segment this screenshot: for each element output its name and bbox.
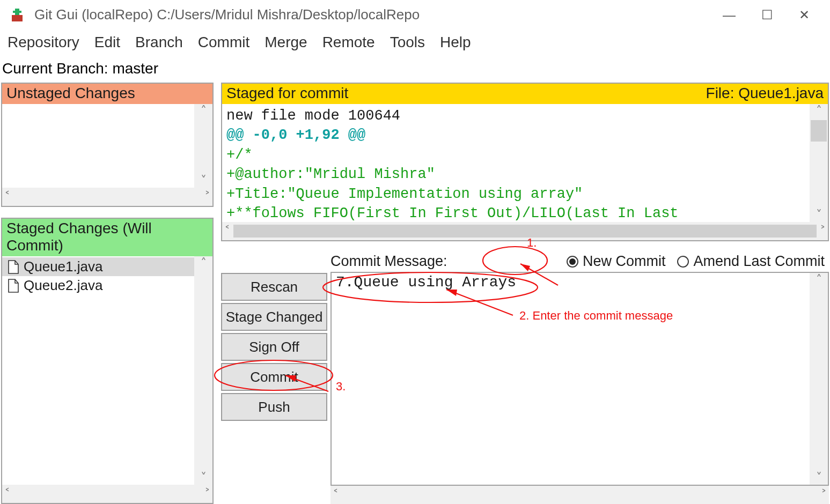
diff-line: +/*	[226, 145, 824, 165]
menu-commit[interactable]: Commit	[198, 34, 249, 51]
scroll-down-icon[interactable]: ˅	[816, 208, 822, 222]
window-title: Git Gui (localRepo) C:/Users/Mridul Mish…	[34, 6, 723, 23]
unstaged-hscrollbar[interactable]: ˂ ˃	[2, 188, 212, 206]
menu-edit[interactable]: Edit	[94, 34, 120, 51]
staged-vscrollbar[interactable]: ˄ ˅	[194, 256, 212, 485]
menu-help[interactable]: Help	[440, 34, 471, 51]
menu-branch[interactable]: Branch	[135, 34, 183, 51]
unstaged-header: Unstaged Changes	[2, 84, 212, 104]
scroll-thumb[interactable]	[811, 120, 827, 142]
scroll-up-icon[interactable]: ˄	[201, 104, 207, 118]
staged-file-row[interactable]: Queue1.java	[2, 257, 212, 276]
current-branch-label: Current Branch: master	[0, 58, 830, 80]
file-icon	[8, 279, 19, 293]
commit-area: Commit Message: New Commit Amend Last Co…	[221, 251, 829, 504]
unstaged-body[interactable]: ˄ ˅	[2, 104, 212, 188]
scroll-left-icon[interactable]: ˂	[4, 190, 10, 204]
commit-message-text: 7.Queue using Arrays	[332, 273, 828, 292]
staged-file-name: Queue2.java	[24, 277, 102, 294]
diff-panel: Staged for commit File: Queue1.java new …	[221, 83, 829, 241]
diff-body-wrap[interactable]: new file mode 100644@@ -0,0 +1,92 @@+/*+…	[222, 104, 828, 222]
radio-new-commit[interactable]: New Commit	[567, 253, 666, 270]
scroll-up-icon[interactable]: ˄	[816, 273, 822, 287]
radio-amend-commit-label: Amend Last Commit	[693, 253, 825, 270]
staged-hscrollbar[interactable]: ˂ ˃	[2, 485, 212, 503]
close-button[interactable]: ✕	[799, 8, 810, 23]
menu-remote[interactable]: Remote	[322, 34, 375, 51]
minimize-button[interactable]: ―	[723, 8, 736, 23]
scroll-down-icon[interactable]: ˅	[201, 471, 207, 485]
radio-amend-commit[interactable]: Amend Last Commit	[677, 253, 825, 270]
svg-rect-2	[13, 11, 21, 13]
commit-message-label: Commit Message:	[330, 253, 447, 270]
file-icon	[8, 260, 19, 274]
diff-hscrollbar[interactable]: ˂ ˃	[222, 222, 828, 240]
diff-line: @@ -0,0 +1,92 @@	[226, 125, 824, 145]
scroll-right-icon[interactable]: ˃	[821, 488, 827, 502]
msg-vscrollbar[interactable]: ˄ ˅	[810, 273, 828, 485]
menu-tools[interactable]: Tools	[390, 34, 425, 51]
scroll-thumb[interactable]	[233, 225, 817, 238]
diff-header: Staged for commit File: Queue1.java	[222, 84, 828, 104]
radio-icon	[567, 256, 578, 268]
scroll-up-icon[interactable]: ˄	[816, 104, 822, 118]
diff-line: +Title:"Queue Implementation using array…	[226, 184, 824, 204]
svg-rect-0	[12, 15, 23, 21]
diff-header-right: File: Queue1.java	[706, 85, 824, 102]
unstaged-panel: Unstaged Changes ˄ ˅ ˂ ˃	[1, 83, 214, 207]
titlebar: Git Gui (localRepo) C:/Users/Mridul Mish…	[0, 0, 830, 29]
stage-changed-button[interactable]: Stage Changed	[221, 303, 327, 331]
menubar: Repository Edit Branch Commit Merge Remo…	[0, 29, 830, 58]
menu-repository[interactable]: Repository	[8, 34, 79, 51]
staged-panel: Staged Changes (Will Commit) Queue1.java	[1, 218, 214, 504]
scroll-right-icon[interactable]: ˃	[204, 487, 210, 501]
scroll-left-icon[interactable]: ˂	[4, 487, 10, 501]
scroll-up-icon[interactable]: ˄	[201, 256, 207, 270]
staged-file-row[interactable]: Queue2.java	[2, 276, 212, 295]
diff-line: +**folows FIFO(First In First Out)/LILO(…	[226, 204, 824, 222]
staged-header: Staged Changes (Will Commit)	[2, 219, 212, 256]
sign-off-button[interactable]: Sign Off	[221, 333, 327, 361]
commit-message-input[interactable]: 7.Queue using Arrays ˄ ˅	[330, 272, 829, 486]
commit-button[interactable]: Commit	[221, 363, 327, 391]
unstaged-vscrollbar[interactable]: ˄ ˅	[194, 104, 212, 188]
menu-merge[interactable]: Merge	[265, 34, 307, 51]
staged-body[interactable]: Queue1.java Queue2.java ˄ ˅	[2, 256, 212, 485]
scroll-down-icon[interactable]: ˅	[816, 471, 822, 485]
diff-header-left: Staged for commit	[226, 85, 348, 102]
rescan-button[interactable]: Rescan	[221, 273, 327, 301]
scroll-down-icon[interactable]: ˅	[201, 174, 207, 188]
diff-line: new file mode 100644	[226, 106, 824, 125]
push-button[interactable]: Push	[221, 393, 327, 421]
staged-file-name: Queue1.java	[24, 258, 102, 275]
scroll-right-icon[interactable]: ˃	[204, 190, 210, 204]
maximize-button[interactable]: ☐	[761, 8, 773, 23]
msg-hscrollbar[interactable]: ˂ ˃	[330, 486, 829, 504]
scroll-right-icon[interactable]: ˃	[820, 224, 826, 238]
scroll-left-icon[interactable]: ˂	[224, 224, 230, 238]
scroll-left-icon[interactable]: ˂	[333, 488, 339, 502]
radio-new-commit-label: New Commit	[583, 253, 666, 270]
radio-icon	[677, 256, 689, 268]
diff-line: +@author:"Mridul Mishra"	[226, 165, 824, 184]
app-icon	[10, 8, 25, 23]
diff-vscrollbar[interactable]: ˄ ˅	[810, 104, 828, 222]
